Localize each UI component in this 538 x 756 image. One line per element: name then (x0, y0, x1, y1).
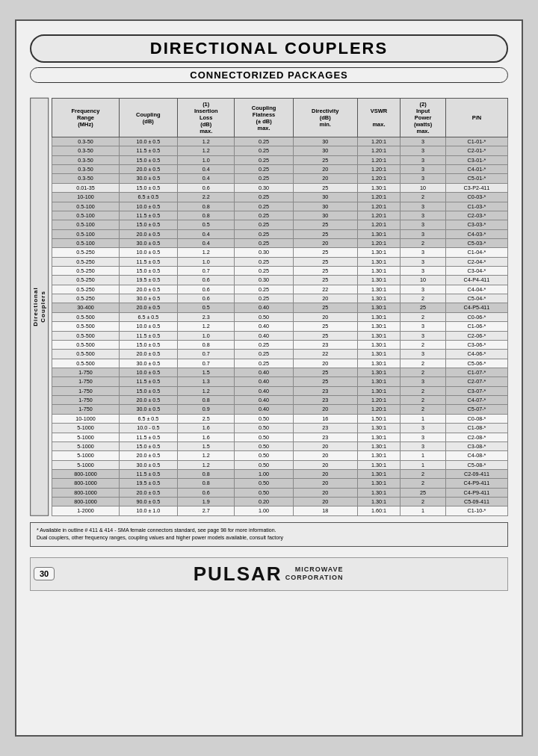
cell-freq: 5-1000 (52, 433, 120, 441)
cell-pn: C3-01-* (445, 155, 507, 164)
cell-freq: 0.5-500 (52, 359, 120, 368)
table-body: 0.3-5010.0 ± 0.51.20.25301.20:13C1-01-*0… (52, 137, 508, 516)
cell-coupling: 20.0 ± 0.5 (119, 350, 177, 359)
cell-coupling: 30.0 ± 0.5 (119, 405, 177, 414)
cell-power: 3 (401, 322, 446, 331)
table-row: 0.5-10030.0 ± 0.50.40.25201.20:12C5-03-* (52, 238, 508, 247)
table-row: 0.3-5011.5 ± 0.51.20.25301.20:13C2-01-* (52, 146, 508, 155)
cell-freq: 0.3-50 (52, 137, 120, 146)
cell-pn: C3-03-* (445, 220, 507, 229)
cell-flatness: 0.50 (235, 441, 293, 450)
table-row: 0.3-5030.0 ± 0.50.40.25201.20:13C5-01-* (52, 174, 508, 183)
cell-vswr: 1.20:1 (357, 165, 400, 174)
cell-pn: C3-07-* (445, 386, 507, 395)
cell-pn: C4-07-* (445, 396, 507, 405)
cell-insertion_loss: 0.6 (177, 294, 234, 303)
cell-pn: C4-P9-411 (445, 488, 507, 497)
cell-pn: C1-04-* (445, 248, 507, 257)
cell-insertion_loss: 1.0 (177, 331, 234, 340)
cell-power: 3 (401, 267, 446, 276)
cell-directivity: 30 (293, 137, 357, 146)
cell-pn: C2-04-* (445, 257, 507, 266)
cell-freq: 5-1000 (52, 460, 120, 469)
cell-freq: 1-750 (52, 377, 120, 386)
cell-vswr: 1.20:1 (357, 193, 400, 202)
cell-coupling: 11.5 ± 0.5 (119, 257, 177, 266)
cell-coupling: 10.0 ± 0.5 (119, 248, 177, 257)
cell-flatness: 0.50 (235, 433, 293, 441)
cell-freq: 10-1000 (52, 414, 120, 423)
col-coupling: Coupling(dB) (119, 99, 177, 137)
cell-vswr: 1.30:1 (357, 359, 400, 368)
cell-flatness: 0.30 (235, 248, 293, 257)
cell-power: 3 (401, 285, 446, 294)
cell-directivity: 25 (293, 368, 357, 377)
cell-flatness: 0.40 (235, 405, 293, 414)
cell-freq: 1-750 (52, 368, 120, 377)
cell-directivity: 25 (293, 303, 357, 312)
cell-power: 3 (401, 377, 446, 386)
cell-insertion_loss: 0.6 (177, 183, 234, 192)
table-row: 5-100030.0 ± 0.51.20.50201.30:11C5-08-* (52, 460, 508, 469)
cell-flatness: 0.25 (235, 165, 293, 174)
cell-power: 25 (401, 488, 446, 497)
cell-insertion_loss: 0.5 (177, 303, 234, 312)
cell-flatness: 0.30 (235, 276, 293, 285)
table-row: 0.5-25010.0 ± 0.51.20.30251.30:13C1-04-* (52, 248, 508, 257)
cell-pn: C4-P9-411 (445, 479, 507, 488)
cell-pn: C5-06-* (445, 359, 507, 368)
table-row: 0.3-5020.0 ± 0.50.40.25201.20:13C4-01-* (52, 165, 508, 174)
cell-freq: 0.5-500 (52, 350, 120, 359)
cell-flatness: 0.50 (235, 460, 293, 469)
cell-insertion_loss: 0.6 (177, 488, 234, 497)
table-row: 0.3-5010.0 ± 0.51.20.25301.20:13C1-01-* (52, 137, 508, 146)
cell-pn: C2-06-* (445, 331, 507, 340)
cell-coupling: 11.5 ± 0.5 (119, 433, 177, 441)
cell-directivity: 23 (293, 424, 357, 433)
page: DIRECTIONAL COUPLERS CONNECTORIZED PACKA… (15, 19, 523, 737)
cell-directivity: 25 (293, 229, 357, 238)
table-row: 1-75030.0 ± 0.50.90.40201.20:12C5-07-* (52, 405, 508, 414)
col-pn: P/N (445, 99, 507, 137)
cell-power: 3 (401, 165, 446, 174)
cell-directivity: 20 (293, 174, 357, 183)
table-row: 0.5-50010.0 ± 0.51.20.40251.30:13C1-06-* (52, 322, 508, 331)
cell-vswr: 1.20:1 (357, 396, 400, 405)
cell-vswr: 1.30:1 (357, 386, 400, 395)
cell-freq: 0.5-250 (52, 294, 120, 303)
cell-freq: 0.3-50 (52, 165, 120, 174)
table-row: 0.5-10011.5 ± 0.50.80.25301.20:13C2-03-* (52, 211, 508, 220)
cell-insertion_loss: 0.8 (177, 469, 234, 478)
cell-flatness: 0.20 (235, 498, 293, 506)
footnote-box: * Available in outline # 411 & 414 - SMA… (30, 522, 508, 547)
logo-sub1: MICROWAVE (285, 566, 344, 574)
cell-directivity: 25 (293, 267, 357, 276)
cell-flatness: 0.25 (235, 257, 293, 266)
cell-flatness: 0.25 (235, 359, 293, 368)
table-row: 0.5-50030.0 ± 0.50.70.25201.30:12C5-06-* (52, 359, 508, 368)
cell-power: 2 (401, 238, 446, 247)
cell-coupling: 15.0 ± 0.5 (119, 183, 177, 192)
cell-power: 1 (401, 506, 446, 515)
cell-insertion_loss: 1.6 (177, 433, 234, 441)
cell-vswr: 1.20:1 (357, 146, 400, 155)
cell-directivity: 20 (293, 479, 357, 488)
cell-pn: C2-08-* (445, 433, 507, 441)
cell-vswr: 1.30:1 (357, 469, 400, 478)
table-row: 0.5-25020.0 ± 0.50.60.25221.30:13C4-04-* (52, 285, 508, 294)
cell-flatness: 0.50 (235, 451, 293, 460)
cell-vswr: 1.20:1 (357, 155, 400, 164)
cell-freq: 10-100 (52, 193, 120, 202)
cell-coupling: 6.5 ± 0.5 (119, 312, 177, 321)
cell-freq: 0.5-100 (52, 229, 120, 238)
cell-insertion_loss: 0.7 (177, 350, 234, 359)
cell-freq: 30-400 (52, 303, 120, 312)
cell-coupling: 19.5 ± 0.5 (119, 276, 177, 285)
table-row: 1-75011.5 ± 0.51.30.40251.30:13C2-07-* (52, 377, 508, 386)
cell-pn: C4-01-* (445, 165, 507, 174)
cell-vswr: 1.20:1 (357, 405, 400, 414)
footnote-line2: Dual couplers, other frequency ranges, c… (37, 534, 501, 542)
cell-power: 2 (401, 312, 446, 321)
cell-insertion_loss: 1.5 (177, 368, 234, 377)
cell-flatness: 0.25 (235, 174, 293, 183)
